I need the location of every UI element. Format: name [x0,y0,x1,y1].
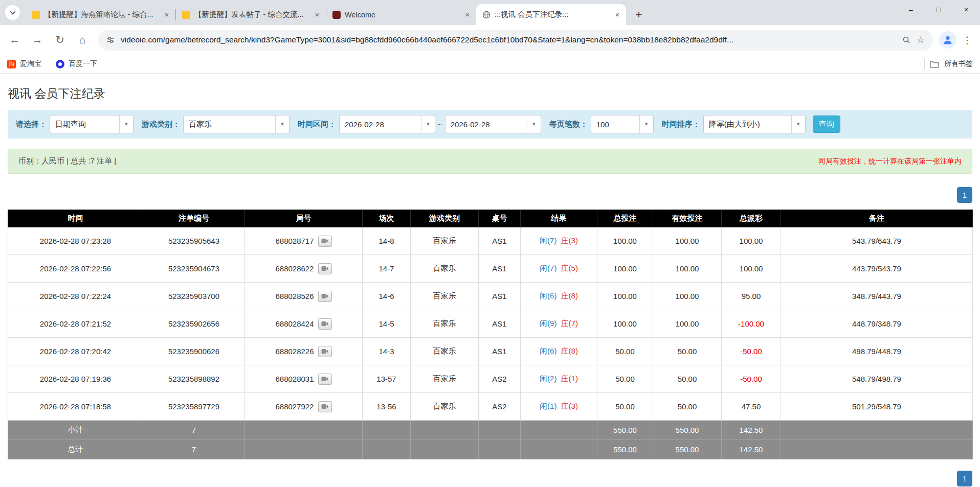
bookmark-star-icon[interactable]: ☆ [917,34,925,45]
video-replay-button[interactable] [318,263,332,274]
forward-button[interactable]: → [28,30,47,50]
total-bet-link[interactable]: 100.00 [597,283,653,310]
date-to-select[interactable]: 2026-02-28 ▼ [445,115,541,133]
search-button[interactable]: 查询 [813,115,840,133]
result-banker: 庄(7) [561,319,578,328]
round-number: 688028622 [275,264,314,273]
tab-close-icon[interactable]: × [613,10,622,19]
maximize-button[interactable]: □ [925,0,952,19]
total-label: 总计 [8,440,143,459]
query-type-select[interactable]: 日期查询 ▼ [50,115,133,133]
total-bet-link[interactable]: 100.00 [597,255,653,283]
payout: 100.00 [722,227,781,255]
new-tab-button[interactable]: + [631,7,647,22]
tab-close-icon[interactable]: × [313,10,322,19]
valid-bet: 100.00 [653,255,722,283]
bookmark-taobao[interactable]: 淘 爱淘宝 [7,59,41,68]
table-number: AS1 [479,283,521,310]
total-bet-link[interactable]: 50.00 [597,365,653,393]
page-size-label: 每页笔数： [549,120,588,129]
home-button[interactable]: ⌂ [73,30,92,50]
profile-avatar[interactable] [939,31,956,49]
game-type-select[interactable]: 百家乐 ▼ [183,115,289,133]
chevron-down-icon: ▼ [639,115,653,133]
bet-table-body: 2026-02-28 07:23:28 523235905643 6880287… [8,227,973,421]
tab-search-button[interactable] [5,5,20,20]
session-number: 14-7 [363,255,411,283]
close-button[interactable]: × [952,0,980,19]
back-button[interactable]: ← [5,30,25,50]
video-replay-button[interactable] [318,236,332,247]
col-total-bet: 总投注 [597,210,653,227]
round-cell: 688028526 [245,283,363,310]
browser-tab-2[interactable]: 【新提醒】发表帖子 - 综合交流... × [176,4,326,25]
browser-tab-active[interactable]: :::视讯 会员下注纪录::: × [476,4,626,25]
video-icon [321,321,328,327]
round-number: 688028031 [275,375,314,383]
tab-close-icon[interactable]: × [162,10,171,19]
range-separator: ~ [438,120,442,129]
chevron-down-icon [10,9,15,14]
footer-empty-cell [781,440,973,459]
col-session: 场次 [363,210,411,227]
video-replay-button[interactable] [318,346,332,357]
result-player: 闲(2) [540,374,556,383]
all-bookmarks[interactable]: 所有书签 [924,59,973,69]
bet-time: 2026-02-28 07:19:36 [8,365,143,393]
total-bet-link[interactable]: 100.00 [597,310,653,338]
session-number: 13-57 [363,365,411,393]
page-1-button[interactable]: 1 [957,187,972,203]
result-banker: 庄(3) [561,236,578,245]
valid-bet: 100.00 [653,310,722,338]
video-replay-button[interactable] [318,318,332,330]
total-bet-link[interactable]: 50.00 [597,393,653,421]
minimize-button[interactable]: – [897,0,925,19]
footer-empty-cell [521,421,597,440]
search-icon[interactable] [902,36,910,44]
remark: 548.79/498.79 [781,365,973,393]
sort-select[interactable]: 降幂(由大到小) ▼ [703,115,806,133]
bookmark-baidu[interactable]: 百度一下 [56,59,97,68]
reload-button[interactable]: ↻ [50,30,70,50]
footer-empty-cell [411,440,479,459]
result-banker: 庄(8) [561,291,578,300]
video-icon [321,349,328,354]
date-from-value: 2026-02-28 [340,120,421,129]
bookmark-label: 爱淘宝 [20,59,41,68]
valid-bet: 50.00 [653,393,722,421]
table-row: 2026-02-28 07:21:52 523235902656 6880284… [8,310,973,338]
tab-close-icon[interactable]: × [463,10,472,19]
remark: 498.79/448.79 [781,338,973,365]
round-number: 688028424 [275,319,314,328]
video-replay-button[interactable] [318,291,332,302]
total-bet-link[interactable]: 100.00 [597,227,653,255]
result-player: 闲(7) [540,264,556,272]
page-size-select[interactable]: 100 ▼ [591,115,654,133]
browser-menu-icon[interactable]: ⋮ [960,34,975,46]
chevron-down-icon: ▼ [275,115,289,133]
total-bet-link[interactable]: 50.00 [597,338,653,365]
round-cell: 688028031 [245,365,363,393]
video-replay-button[interactable] [318,374,332,385]
round-number: 688028526 [275,292,314,300]
taobao-icon: 淘 [7,60,16,68]
result-cell: 闲(7) 庄(5) [521,255,597,283]
content: 视讯 会员下注纪录 请选择： 日期查询 ▼ 游戏类别： 百家乐 ▼ 时间区间： … [0,86,980,486]
page-1-button[interactable]: 1 [957,471,972,486]
window-controls: – □ × [897,0,980,19]
browser-tab-1[interactable]: 【新提醒】海燕策略论坛 - 综合... × [26,4,175,25]
video-replay-button[interactable] [318,401,332,412]
game-type: 百家乐 [411,310,479,338]
col-valid-bet: 有效投注 [653,210,722,227]
table-number: AS2 [479,365,521,393]
summary-info: 币别：人民币 | 总共 :7 注单 | [18,156,116,166]
valid-bet: 100.00 [653,227,722,255]
address-bar[interactable]: videoie.com/game/betrecord_search/kind3?… [98,30,933,51]
bet-time: 2026-02-28 07:20:42 [8,338,143,365]
video-icon [321,376,328,382]
url-text[interactable]: videoie.com/game/betrecord_search/kind3?… [121,35,896,44]
total-payout: 142.50 [722,440,781,459]
site-settings-icon[interactable] [106,36,115,44]
browser-tab-3[interactable]: Welcome × [326,4,476,25]
date-from-select[interactable]: 2026-02-28 ▼ [339,115,435,133]
